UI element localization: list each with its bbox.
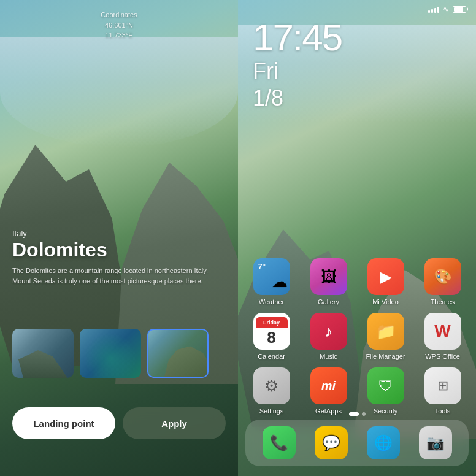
clock-date: 1/8: [253, 86, 342, 110]
app-icon-security: 🛡: [367, 367, 404, 404]
thumbnail-2[interactable]: [80, 329, 141, 378]
dock-app-browser[interactable]: 🌐: [367, 426, 400, 459]
app-label-mivideo: Mi Video: [372, 298, 399, 305]
wallpaper-thumbnails: [12, 329, 226, 378]
app-item-gallery[interactable]: 🖼 Gallery: [302, 258, 355, 305]
thumbnail-3-selected[interactable]: [147, 329, 209, 378]
app-item-wps[interactable]: W WPS Office: [416, 313, 469, 360]
app-icon-tools: ⊞: [424, 367, 461, 404]
left-fog: [0, 37, 238, 147]
page-dot-2: [362, 412, 366, 416]
dock-icon-browser: 🌐: [367, 426, 400, 459]
app-item-getapps[interactable]: mi GetApps: [302, 367, 355, 415]
dock-app-phone[interactable]: 📞: [263, 426, 296, 459]
signal-bar-3: [434, 8, 436, 13]
app-item-filemanager[interactable]: 📁 File Manager: [359, 313, 412, 360]
app-label-wps: WPS Office: [425, 353, 460, 360]
apply-button[interactable]: Apply: [123, 407, 226, 439]
calendar-date-num: 8: [267, 329, 275, 345]
signal-bar-2: [431, 9, 433, 13]
location-country: Italy: [12, 229, 226, 238]
app-icon-filemanager: 📁: [367, 313, 404, 350]
app-item-settings[interactable]: ⚙ Settings: [245, 367, 298, 415]
clock-time: 17:45: [253, 18, 342, 56]
coords-label: Coordinates: [101, 10, 137, 20]
app-label-music: Music: [320, 353, 337, 360]
signal-icon: [428, 6, 439, 13]
page-indicator: [238, 412, 476, 416]
coords-lon: 11.733°E: [101, 30, 137, 40]
status-bar: ∿: [248, 5, 466, 13]
app-item-mivideo[interactable]: ▶ Mi Video: [359, 258, 412, 305]
app-icon-wps: W: [424, 313, 461, 350]
coordinates-display: Coordinates 46.601°N 11.733°E: [101, 10, 137, 40]
app-icon-settings: ⚙: [253, 367, 290, 404]
left-panel: Coordinates 46.601°N 11.733°E Italy Dolo…: [0, 0, 238, 476]
app-label-themes: Themes: [431, 298, 455, 305]
dock-app-message[interactable]: 💬: [315, 426, 348, 459]
app-icon-music: ♪: [310, 313, 347, 350]
dock-icon-message: 💬: [315, 426, 348, 459]
dock: 📞 💬 🌐 📷: [245, 420, 469, 466]
app-icon-themes: 🎨: [424, 258, 461, 295]
battery-icon: [453, 6, 466, 13]
calendar-day-label: Friday: [256, 317, 288, 328]
app-label-weather: Weather: [259, 298, 284, 305]
app-icon-getapps: mi: [310, 367, 347, 404]
landing-point-button[interactable]: Landing point: [12, 407, 115, 439]
signal-bar-1: [428, 10, 430, 13]
app-item-themes[interactable]: 🎨 Themes: [416, 258, 469, 305]
signal-bar-4: [437, 7, 439, 13]
clock-day: Fri: [253, 59, 342, 83]
location-description: The Dolomites are a mountain range locat…: [12, 266, 226, 286]
app-icon-gallery: 🖼: [310, 258, 347, 295]
location-name: Dolomites: [12, 239, 226, 261]
app-item-weather[interactable]: 7° ☁ Weather: [245, 258, 298, 305]
right-panel: ∿ 17:45 Fri 1/8 7° ☁ Weather 🖼 Gallery: [238, 0, 476, 476]
app-grid: 7° ☁ Weather 🖼 Gallery ▶ Mi Video 🎨 Them…: [245, 258, 469, 415]
app-item-music[interactable]: ♪ Music: [302, 313, 355, 360]
app-icon-weather: 7° ☁: [253, 258, 290, 295]
clock-area: 17:45 Fri 1/8: [253, 18, 342, 110]
app-item-tools[interactable]: ⊞ Tools: [416, 367, 469, 415]
thumbnail-1[interactable]: [12, 329, 74, 378]
app-label-filemanager: File Manager: [366, 353, 405, 360]
page-dot-1: [349, 412, 359, 416]
dock-icon-phone: 📞: [263, 426, 296, 459]
left-text-area: Italy Dolomites The Dolomites are a moun…: [12, 229, 226, 286]
left-action-buttons: Landing point Apply: [12, 407, 226, 439]
dock-app-camera[interactable]: 📷: [419, 426, 452, 459]
app-icon-mivideo: ▶: [367, 258, 404, 295]
dock-icon-camera: 📷: [419, 426, 452, 459]
app-item-security[interactable]: 🛡 Security: [359, 367, 412, 415]
app-label-calendar: Calendar: [258, 353, 285, 360]
wifi-icon: ∿: [443, 5, 449, 13]
battery-fill: [454, 7, 463, 12]
coords-lat: 46.601°N: [101, 20, 137, 31]
app-item-calendar[interactable]: Friday 8 Calendar: [245, 313, 298, 360]
app-icon-calendar: Friday 8: [253, 313, 290, 350]
app-label-gallery: Gallery: [318, 298, 339, 305]
